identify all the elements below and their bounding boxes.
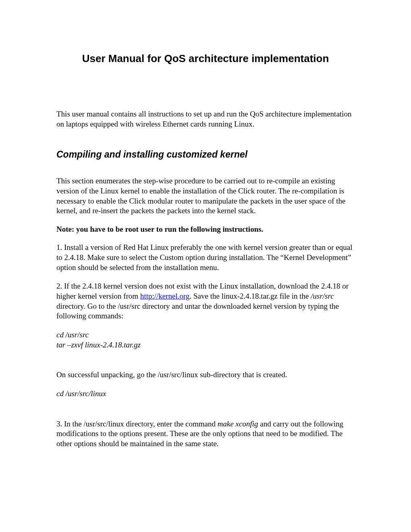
body-paragraph: This section enumerates the step-wise pr… bbox=[56, 176, 355, 216]
page-title: User Manual for QoS architecture impleme… bbox=[56, 52, 355, 65]
command-line: cd /usr/src bbox=[56, 330, 355, 340]
command-line: tar –zxvf linux-2.4.18.tar.gz bbox=[56, 340, 355, 350]
text-fragment: 3. In the /usr/src/linux directory, ente… bbox=[56, 420, 218, 428]
path-italic: /usr/src bbox=[311, 292, 334, 300]
command-line: cd /usr/src/linux bbox=[56, 389, 355, 399]
note-text: Note: you have to be root user to run th… bbox=[56, 225, 355, 234]
text-fragment: . Save the linux-2.4.18.tar.gz file in t… bbox=[190, 292, 311, 300]
section-heading: Compiling and installing customized kern… bbox=[56, 149, 355, 160]
step-3: 3. In the /usr/src/linux directory, ente… bbox=[56, 419, 355, 449]
text-fragment: directory. Go to the /usr/src directory … bbox=[56, 302, 339, 320]
command-block: cd /usr/src tar –zxvf linux-2.4.18.tar.g… bbox=[56, 330, 355, 350]
command-italic: make xconfig bbox=[218, 420, 258, 428]
kernel-link[interactable]: http://kernel.org bbox=[140, 292, 190, 300]
intro-paragraph: This user manual contains all instructio… bbox=[56, 109, 355, 129]
command-block: cd /usr/src/linux bbox=[56, 389, 355, 399]
body-paragraph: On successful unpacking, go the /usr/src… bbox=[56, 370, 355, 380]
step-1: 1. Install a version of Red Hat Linux pr… bbox=[56, 243, 355, 272]
step-2: 2. If the 2.4.18 kernel version does not… bbox=[56, 281, 355, 321]
document-page: User Manual for QoS architecture impleme… bbox=[0, 0, 411, 449]
